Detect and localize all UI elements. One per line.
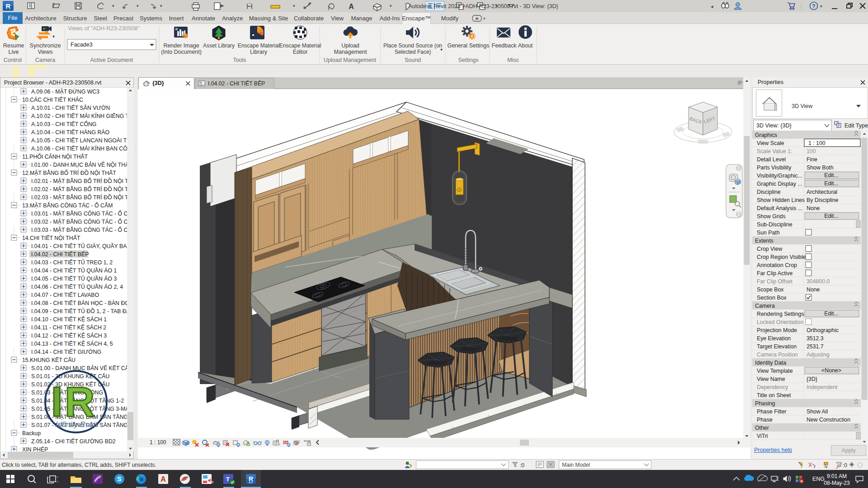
- svg-text:Locked Orientation: Locked Orientation: [757, 319, 803, 325]
- svg-text:Default Analysis ...: Default Analysis ...: [757, 205, 802, 211]
- svg-text:Dependency: Dependency: [757, 384, 788, 390]
- svg-text:Systems: Systems: [140, 15, 162, 22]
- svg-text:Architectural: Architectural: [807, 189, 837, 195]
- svg-text::0: :0: [843, 462, 847, 469]
- svg-text:Precast: Precast: [113, 15, 133, 22]
- svg-text:Scope Box: Scope Box: [757, 286, 784, 293]
- svg-text:Parts Visibility: Parts Visibility: [757, 164, 792, 171]
- svg-text:Title on Sheet: Title on Sheet: [757, 392, 791, 399]
- svg-text:I.04.03 - CHI TIẾT TỦ TREO 1,: I.04.03 - CHI TIẾT TỦ TREO 1, 2: [31, 259, 113, 266]
- svg-text:A.09.06 - MẶT ĐỨNG WC3: A.09.06 - MẶT ĐỨNG WC3: [31, 88, 99, 95]
- svg-text:Library: Library: [250, 49, 268, 55]
- svg-text:100: 100: [807, 148, 816, 155]
- svg-text:Visibility/Graphic...: Visibility/Graphic...: [757, 173, 802, 179]
- svg-text:Architecture: Architecture: [25, 15, 56, 22]
- svg-text:I.01.00 - DANH MỤC BẢN VẼ NỘI: I.01.00 - DANH MỤC BẢN VẼ NỘI THẤT: [31, 161, 132, 168]
- svg-text:None: None: [807, 286, 820, 293]
- svg-text:Far Clip Offset: Far Clip Offset: [757, 278, 793, 285]
- svg-text:I.03.01 - MẶT BẰNG CÔNG TÁC -: I.03.01 - MẶT BẰNG CÔNG TÁC - Ổ CẮM: [31, 210, 133, 217]
- svg-text:Show Grids: Show Grids: [757, 213, 786, 220]
- svg-text:Far Clip Active: Far Clip Active: [757, 270, 793, 277]
- svg-text:Eye Elevation: Eye Elevation: [757, 335, 791, 342]
- svg-text:Render Image: Render Image: [163, 42, 199, 49]
- svg-text:I.04.05 - CHI TIẾT TỦ QUẦN ÁO: I.04.05 - CHI TIẾT TỦ QUẦN ÁO 3: [31, 275, 117, 282]
- svg-text:Show Both: Show Both: [807, 164, 834, 171]
- svg-text:Settings: Settings: [458, 57, 478, 63]
- svg-text:13.MẶT BẰNG CÔNG TÁC - Ổ CẮM: 13.MẶT BẰNG CÔNG TÁC - Ổ CẮM: [22, 202, 113, 209]
- svg-text:About: About: [518, 42, 533, 49]
- svg-text:Management: Management: [334, 49, 367, 55]
- svg-text:Misc: Misc: [507, 57, 519, 63]
- svg-text:S: S: [117, 475, 121, 483]
- svg-text:Asset Library: Asset Library: [203, 42, 235, 49]
- svg-text:Enscape Material: Enscape Material: [279, 42, 321, 49]
- svg-text:Place Sound Source (on: Place Sound Source (on: [383, 42, 442, 49]
- svg-text:Phase: Phase: [757, 417, 773, 423]
- svg-text:▾: ▾: [820, 4, 822, 9]
- svg-text:I.04.11 - CHI TIẾT KỆ SÁCH 2: I.04.11 - CHI TIẾT KỆ SÁCH 2: [31, 324, 106, 331]
- svg-text:14.CHI TIẾT NỘI THẤT: 14.CHI TIẾT NỘI THẤT: [22, 235, 80, 241]
- svg-text:I.04.12 - CHI TIẾT KỆ SÁCH 3: I.04.12 - CHI TIẾT KỆ SÁCH 3: [31, 332, 107, 339]
- svg-text:Backup: Backup: [22, 430, 41, 436]
- svg-text:Enscape Material: Enscape Material: [238, 42, 280, 49]
- svg-text:A.10.01 - CHI TIẾT SÂN VƯỜN: A.10.01 - CHI TIẾT SÂN VƯỜN: [31, 104, 110, 111]
- svg-text:A.10.05 - CHI TIẾT LANCAN NGOÀ: A.10.05 - CHI TIẾT LANCAN NGOÀI TRỜ: [31, 137, 133, 144]
- svg-text:I: I: [51, 379, 63, 425]
- svg-text:I.04.07 - CHI TIẾT LAVABO: I.04.07 - CHI TIẾT LAVABO: [31, 291, 99, 298]
- svg-text:Phasing: Phasing: [755, 400, 775, 407]
- svg-text:Camera Position: Camera Position: [757, 352, 798, 358]
- svg-text:T: T: [226, 476, 230, 483]
- svg-text:Collaborate: Collaborate: [294, 15, 324, 22]
- svg-text:A: A: [160, 475, 166, 483]
- svg-text:Camera: Camera: [35, 57, 56, 63]
- svg-text:Resume: Resume: [3, 42, 24, 49]
- svg-text:Independent: Independent: [807, 384, 838, 390]
- svg-text:I.04.09 - CHI TIẾT TỦ ĐỒ 1, 2: I.04.09 - CHI TIẾT TỦ ĐỒ 1, 2 - TAB ĐẦU …: [31, 308, 133, 314]
- svg-text:304800.0: 304800.0: [807, 278, 830, 285]
- svg-text:I.04.08 - CHI TIẾT BÀN HỌC - B: I.04.08 - CHI TIẾT BÀN HỌC - BÀN ĐỌC S: [31, 300, 133, 306]
- svg-text:Infinity Revit: Infinity Revit: [56, 420, 98, 429]
- svg-text:A.10.03 - CHI TIẾT CỔNG: A.10.03 - CHI TIẾT CỔNG: [31, 121, 96, 127]
- svg-text:I.02.02 - MẶT BẰNG BỐ TRÍ ĐỒ N: I.02.02 - MẶT BẰNG BỐ TRÍ ĐỒ NỘI THẤ: [31, 186, 133, 192]
- svg-text:9:01 AM: 9:01 AM: [827, 473, 847, 479]
- svg-text:Live: Live: [9, 49, 19, 55]
- svg-text:Autodesk Revit 2023 - ADH-R23-: Autodesk Revit 2023 - ADH-R23-230508.rvt…: [408, 3, 558, 9]
- svg-text:Edit...: Edit...: [824, 180, 838, 187]
- svg-text:None: None: [807, 205, 820, 211]
- svg-text:I.04.10 - CHI TIẾT KỆ SÁCH 1: I.04.10 - CHI TIẾT KỆ SÁCH 1: [31, 316, 107, 323]
- svg-text:Editor: Editor: [293, 49, 308, 55]
- svg-text:Annotate: Annotate: [192, 15, 215, 22]
- svg-text:I.03.02 - MẶT BẰNG CÔNG TÁC -: I.03.02 - MẶT BẰNG CÔNG TÁC - Ổ CẮM: [31, 218, 133, 225]
- svg-text:I.04.14 - CHI TIẾT GIƯỜNG: I.04.14 - CHI TIẾT GIƯỜNG: [31, 348, 101, 355]
- svg-text:Analyze: Analyze: [222, 15, 243, 22]
- svg-text:ViTri: ViTri: [757, 433, 768, 439]
- svg-text:12.MẶT BẰNG BỐ TRÍ ĐỒ NỘI THẤT: 12.MẶT BẰNG BỐ TRÍ ĐỒ NỘI THẤT: [22, 169, 116, 176]
- svg-text:Tools: Tools: [233, 57, 246, 63]
- svg-text:Steel: Steel: [94, 15, 107, 22]
- svg-text:By Discipline: By Discipline: [807, 197, 839, 203]
- svg-text:Annotation Crop: Annotation Crop: [757, 262, 797, 268]
- svg-text:Synchronize: Synchronize: [30, 42, 61, 49]
- svg-text:Graphic Display ...: Graphic Display ...: [757, 181, 802, 187]
- svg-text:Crop View: Crop View: [757, 246, 783, 252]
- svg-text:I.04.02 - CHI TIẾT BẾP: I.04.02 - CHI TIẾT BẾP: [31, 251, 89, 258]
- svg-text:Target Elevation: Target Elevation: [757, 343, 797, 350]
- svg-text:A.10.04 - CHI TIẾT HÀNG RÀO: A.10.04 - CHI TIẾT HÀNG RÀO: [31, 129, 109, 136]
- svg-text:I.02.01 - MẶT BẰNG BỐ TRÍ ĐỒ N: I.02.01 - MẶT BẰNG BỐ TRÍ ĐỒ NỘI THẤ: [31, 178, 133, 184]
- svg-text:Modify: Modify: [441, 15, 459, 22]
- svg-text:I.04.13 - CHI TIẾT KỆ SÁCH 4,: I.04.13 - CHI TIẾT KỆ SÁCH 4, 5: [31, 340, 113, 347]
- svg-text:▾: ▾: [160, 4, 162, 8]
- svg-text:3512.3: 3512.3: [807, 335, 824, 342]
- svg-text:RVT: RVT: [249, 482, 253, 484]
- svg-text:Detail Level: Detail Level: [757, 156, 786, 163]
- svg-text:R: R: [65, 379, 94, 425]
- svg-text:▾: ▾: [112, 4, 114, 8]
- svg-text:Phase Filter: Phase Filter: [757, 408, 787, 415]
- svg-text:Camera: Camera: [755, 303, 775, 309]
- svg-text:Insert: Insert: [169, 15, 184, 22]
- svg-text:General Settings: General Settings: [447, 42, 489, 49]
- svg-text:Upload: Upload: [341, 42, 359, 49]
- svg-text:Edit...: Edit...: [824, 172, 838, 178]
- svg-text:Enscape™: Enscape™: [402, 15, 431, 22]
- svg-text:I.04.01 - CHI TIẾT TỦ GIÀY, QU: I.04.01 - CHI TIẾT TỦ GIÀY, QUẦY BAR: [31, 243, 131, 249]
